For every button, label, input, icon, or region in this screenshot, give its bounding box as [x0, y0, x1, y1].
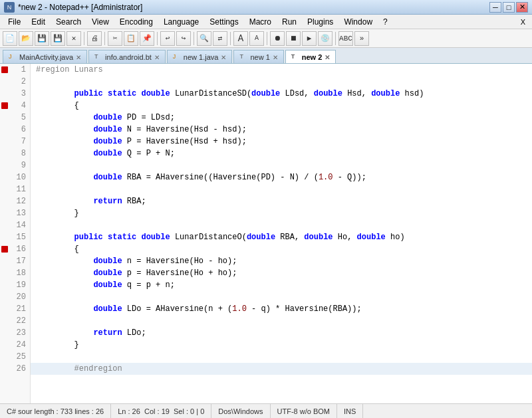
code-line-23: return LDo; — [31, 327, 532, 339]
tab-new1[interactable]: T new 1 ✕ — [233, 50, 283, 63]
code-line-13: } — [31, 207, 532, 219]
line-number-20: 20 — [0, 291, 30, 303]
menu-window[interactable]: Window — [338, 15, 378, 29]
tab-info[interactable]: T info.android.bt ✕ — [88, 50, 166, 63]
menu-file[interactable]: File — [3, 15, 26, 29]
line-number-8: 8 — [0, 148, 30, 159]
menu-view[interactable]: View — [86, 15, 114, 29]
copy-button[interactable]: 📋 — [124, 31, 138, 46]
menu-settings[interactable]: Settings — [204, 15, 243, 29]
menu-edit[interactable]: Edit — [26, 15, 51, 29]
code-line-20 — [31, 291, 532, 303]
menu-close-button[interactable]: X — [517, 17, 529, 27]
tabs-bar: J MainActivity.java ✕ T info.android.bt … — [0, 48, 532, 64]
code-line-5: double PD = LDsd; — [31, 112, 532, 124]
spell-button[interactable]: ABC — [338, 31, 353, 46]
code-line-10: double RBA = AHaversine((Haversine(PD) -… — [31, 171, 532, 183]
window-controls: ─ □ ✕ — [489, 2, 528, 13]
line-number-7: 7 — [0, 136, 30, 148]
line-number-26: 26 — [0, 363, 30, 375]
menu-language[interactable]: Language — [158, 15, 204, 29]
line-number-23: 23 — [0, 327, 30, 339]
line-number-2: 2 — [0, 76, 30, 88]
toolbar: 📄 📂 💾 💾 ✕ 🖨 ✂ 📋 📌 ↩ ↪ 🔍 ⇄ A A ⏺ ⏹ ▶ 💿 AB… — [0, 29, 532, 48]
menu-run[interactable]: Run — [277, 15, 302, 29]
replace-button[interactable]: ⇄ — [213, 31, 227, 46]
code-line-21: double LDo = AHaversine(n + (1.0 - q) * … — [31, 303, 532, 315]
close-button[interactable]: ✕ — [66, 31, 81, 46]
maximize-button[interactable]: □ — [503, 2, 515, 13]
find-button[interactable]: 🔍 — [197, 31, 211, 46]
tab-new2[interactable]: T new 2 ✕ — [285, 50, 336, 63]
cut-button[interactable]: ✂ — [108, 31, 122, 46]
menu-macro[interactable]: Macro — [244, 15, 277, 29]
undo-button[interactable]: ↩ — [160, 31, 175, 46]
open-button[interactable]: 📂 — [19, 31, 33, 46]
menu-plugins[interactable]: Plugins — [302, 15, 338, 29]
macro-save-button[interactable]: 💿 — [318, 31, 332, 46]
code-line-8: double Q = P + N; — [31, 148, 532, 159]
line-number-13: 13 — [0, 207, 30, 219]
tab-new1java[interactable]: J new 1.java ✕ — [167, 50, 233, 63]
zoom-in-button[interactable]: A — [233, 31, 248, 46]
code-line-11 — [31, 183, 532, 195]
tab-label-new1java: new 1.java — [184, 53, 219, 61]
tab-label-info: info.android.bt — [105, 53, 152, 61]
minimize-button[interactable]: ─ — [489, 2, 501, 13]
tab-close-new1[interactable]: ✕ — [273, 54, 278, 61]
code-area[interactable]: #region Lunars public static double Luna… — [31, 64, 532, 403]
zoom-out-button[interactable]: A — [249, 31, 264, 46]
tab-mainactivity[interactable]: J MainActivity.java ✕ — [3, 50, 87, 63]
line-number-21: 21 — [0, 303, 30, 315]
toolbar-sep-5 — [230, 32, 231, 45]
menu-bar: File Edit Search View Encoding Language … — [0, 15, 532, 29]
tab-label-mainactivity: MainActivity.java — [19, 53, 73, 61]
save-button[interactable]: 💾 — [35, 31, 49, 46]
tab-icon-new1: T — [239, 53, 247, 61]
tab-icon-info: T — [94, 53, 102, 61]
code-line-22 — [31, 315, 532, 327]
new-button[interactable]: 📄 — [3, 31, 17, 46]
status-bar: C# sour length : 733 lines : 26 Ln : 26 … — [0, 403, 532, 418]
app-icon: N — [4, 2, 15, 13]
tab-close-new1java[interactable]: ✕ — [221, 54, 226, 61]
macro-rec-button[interactable]: ⏺ — [270, 31, 285, 46]
status-eol: Dos\Windows — [211, 404, 270, 418]
code-line-3: public static double LunarDistanceSD(dou… — [31, 88, 532, 100]
editor: 1234567891011121314151617181920212223242… — [0, 64, 532, 403]
print-button[interactable]: 🖨 — [87, 31, 102, 46]
more-button[interactable]: » — [354, 31, 369, 46]
menu-search[interactable]: Search — [51, 15, 86, 29]
save-all-button[interactable]: 💾 — [51, 31, 65, 46]
status-position: Ln : 26 Col : 19 Sel : 0 | 0 — [111, 404, 211, 418]
line-number-17: 17 — [0, 255, 30, 267]
tab-icon-mainactivity: J — [9, 53, 17, 61]
line-number-4: 4 — [0, 100, 30, 112]
toolbar-sep-6 — [267, 32, 267, 45]
redo-button[interactable]: ↪ — [176, 31, 191, 46]
toolbar-sep-2 — [104, 32, 105, 45]
line-number-25: 25 — [0, 351, 30, 363]
tab-close-mainactivity[interactable]: ✕ — [76, 54, 81, 61]
toolbar-sep-7 — [335, 32, 336, 45]
paste-button[interactable]: 📌 — [140, 31, 154, 46]
tab-label-new2: new 2 — [302, 53, 323, 61]
line-number-15: 15 — [0, 231, 30, 243]
status-lang: C# sour length : 733 lines : 26 — [0, 404, 111, 418]
code-line-17: double n = Haversine(Ho - ho); — [31, 255, 532, 267]
tab-close-info[interactable]: ✕ — [154, 54, 160, 61]
tab-close-new2[interactable]: ✕ — [325, 54, 330, 61]
close-button[interactable]: ✕ — [516, 2, 528, 13]
code-line-1: #region Lunars — [31, 64, 532, 76]
line-number-6: 6 — [0, 124, 30, 136]
line-number-3: 3 — [0, 88, 30, 100]
macro-play-button[interactable]: ▶ — [302, 31, 317, 46]
macro-stop-button[interactable]: ⏹ — [286, 31, 301, 46]
code-line-24: } — [31, 339, 532, 351]
line-number-12: 12 — [0, 195, 30, 207]
menu-help[interactable]: ? — [378, 15, 393, 29]
menu-encoding[interactable]: Encoding — [114, 15, 158, 29]
status-ins: INS — [337, 404, 363, 418]
code-line-9 — [31, 159, 532, 171]
line-number-18: 18 — [0, 267, 30, 279]
